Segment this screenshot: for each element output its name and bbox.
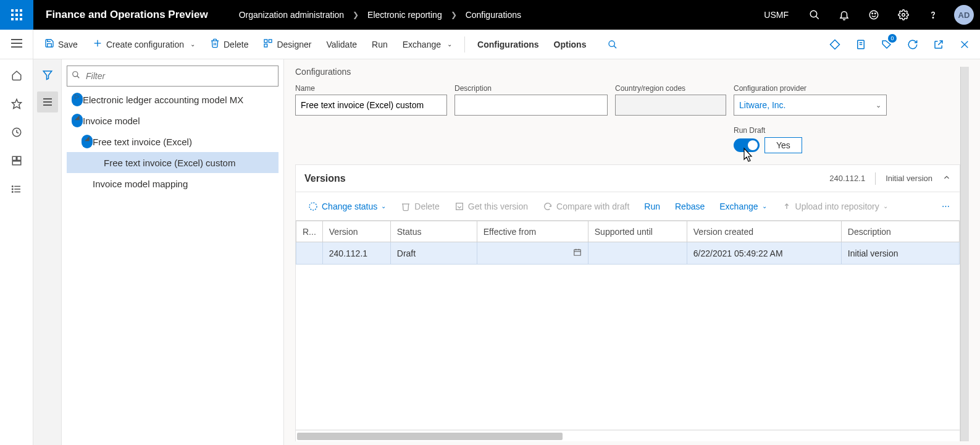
col-description[interactable]: Description [841,221,959,242]
svg-point-15 [932,17,934,19]
chevron-down-icon: ⌄ [381,203,386,210]
delete-label: Delete [224,40,248,49]
clock-icon [11,127,22,138]
chevron-right-icon: ❯ [451,11,457,19]
col-r[interactable]: R... [296,221,323,242]
tree-node[interactable]: Invoice model mapping [67,173,279,194]
collapse-icon[interactable]: ◢ [72,114,83,127]
settings-button[interactable] [889,0,918,30]
breadcrumb-item[interactable]: Organization administration [239,10,344,20]
search-button[interactable] [800,0,829,30]
description-input[interactable] [454,95,608,116]
rebase-button[interactable]: Rebase [669,198,711,215]
svg-rect-35 [17,156,20,160]
svg-point-40 [12,186,13,187]
app-launcher-button[interactable] [0,0,33,30]
messages-button[interactable]: 0 [875,33,898,56]
chevron-up-icon [942,173,951,182]
waffle-icon [11,9,22,20]
svg-rect-34 [12,156,16,160]
configurations-tab[interactable]: Configurations [470,35,547,54]
upload-icon [782,201,792,211]
provider-select[interactable]: Litware, Inc. ⌄ [734,95,887,116]
breadcrumb-item[interactable]: Electronic reporting [367,10,442,20]
user-avatar[interactable]: AD [954,5,974,25]
col-status[interactable]: Status [390,221,477,242]
svg-point-12 [872,13,873,14]
help-button[interactable] [918,0,948,30]
table-row[interactable]: 240.112.1 Draft 6/22/2021 05:49:22 AM In… [296,242,960,265]
favorites-button[interactable] [4,91,29,116]
svg-point-49 [309,203,317,210]
name-input[interactable] [295,95,447,116]
breadcrumb-item[interactable]: Configurations [466,10,521,20]
validate-button[interactable]: Validate [319,35,365,54]
svg-rect-2 [20,9,22,12]
tree-filter-button[interactable] [37,64,58,85]
chevron-down-icon: ⌄ [883,203,888,210]
col-version-created[interactable]: Version created [687,221,841,242]
search-action-button[interactable] [601,33,624,56]
collapse-icon[interactable]: ◢ [82,135,93,148]
search-icon [608,40,618,49]
list-icon [11,184,22,195]
vertical-scrollbar[interactable] [960,67,969,441]
designer-icon [263,38,273,50]
change-status-button[interactable]: Change status⌄ [302,198,392,215]
workspaces-button[interactable] [4,148,29,173]
svg-rect-8 [20,18,22,20]
save-button[interactable]: Save [37,33,85,55]
attachments-button[interactable] [823,33,847,56]
col-effective-from[interactable]: Effective from [477,221,588,242]
nav-toggle-button[interactable] [11,39,22,49]
svg-point-41 [12,189,13,190]
delete-button[interactable]: Delete [203,33,256,55]
version-run-button[interactable]: Run [638,198,666,215]
close-button[interactable] [953,33,976,56]
run-draft-toggle[interactable] [734,138,760,152]
trash-icon [401,201,411,211]
version-exchange-button[interactable]: Exchange⌄ [713,198,773,215]
modules-button[interactable] [4,177,29,201]
office-button[interactable] [849,33,873,56]
collapse-section-button[interactable] [942,173,951,184]
horizontal-scrollbar[interactable] [296,430,960,441]
create-configuration-button[interactable]: Create configuration⌄ [85,33,203,55]
refresh-button[interactable] [901,33,924,56]
help-icon [928,9,939,20]
notifications-button[interactable] [829,0,859,30]
options-tab[interactable]: Options [547,35,594,54]
exchange-button[interactable]: Exchange⌄ [395,35,459,54]
calendar-icon[interactable] [573,248,582,258]
section-title: Configurations [295,67,960,77]
company-label[interactable]: USMF [753,10,800,20]
popout-button[interactable] [927,33,950,56]
expand-icon[interactable]: ▷ [72,93,83,106]
tree-node[interactable]: ▷Electronic ledger accounting model MX [67,89,279,110]
versions-table: R... Version Status Effective from Suppo… [296,221,960,265]
recents-button[interactable] [4,120,29,145]
tree-filter-input[interactable] [67,66,279,87]
more-button[interactable]: ⋯ [938,198,953,214]
tree-node[interactable]: ◢Free text invoice (Excel) [67,131,279,152]
save-label: Save [58,40,78,49]
col-supported-until[interactable]: Supported until [588,221,687,242]
tree-node-selected[interactable]: Free text invoice (Excel) custom [67,152,279,173]
breadcrumb: Organization administration ❯ Electronic… [239,10,521,20]
svg-rect-7 [15,18,18,20]
svg-rect-4 [15,14,18,16]
feedback-button[interactable] [859,0,889,30]
create-configuration-label: Create configuration [106,40,184,49]
run-button[interactable]: Run [364,35,395,54]
svg-point-9 [810,11,817,17]
home-button[interactable] [4,63,29,88]
document-icon [855,39,866,50]
col-version[interactable]: Version [322,221,390,242]
svg-rect-52 [574,250,581,255]
designer-button[interactable]: Designer [256,33,319,55]
svg-point-14 [902,14,905,17]
tree-node[interactable]: ◢Invoice model [67,110,279,131]
name-label: Name [295,84,447,93]
download-icon [454,201,464,211]
tree-list-button[interactable] [37,91,58,112]
